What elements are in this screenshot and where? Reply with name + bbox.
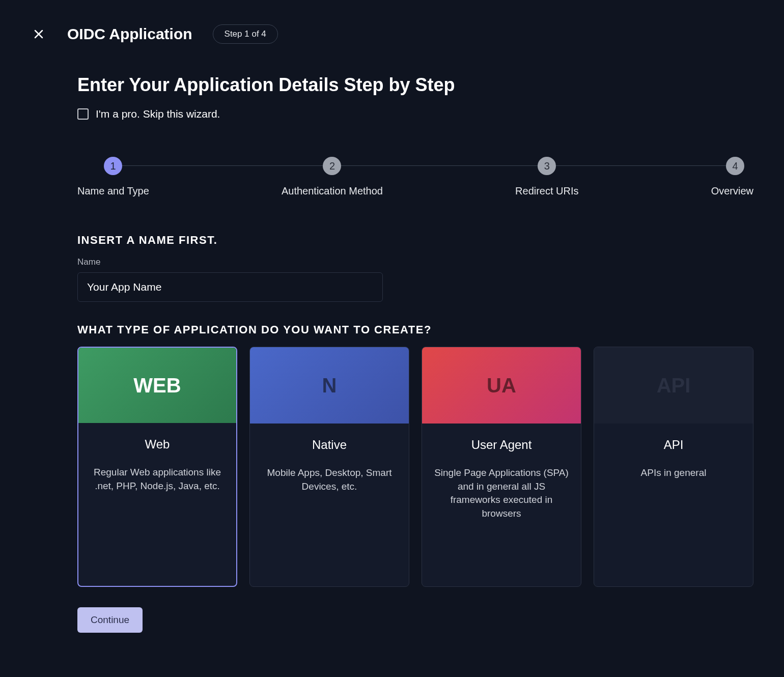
name-section-heading: INSERT A NAME FIRST. [77,234,753,247]
subtitle: Enter Your Application Details Step by S… [77,74,753,96]
card-body-native: Native Mobile Apps, Desktop, Smart Devic… [250,424,409,586]
stepper-line [113,165,738,166]
card-user-agent[interactable]: UA User Agent Single Page Applications (… [422,347,581,587]
card-desc-api: APIs in general [604,466,743,480]
name-field-label: Name [77,257,753,267]
step-label-2: Authentication Method [282,185,383,197]
card-title-ua: User Agent [432,438,571,452]
card-desc-ua: Single Page Applications (SPA) and in ge… [432,466,571,520]
card-desc-web: Regular Web applications like .net, PHP,… [89,466,226,493]
card-hero-api: API [594,347,753,424]
card-hero-native: N [250,347,409,424]
step-badge: Step 1 of 4 [213,24,278,44]
step-circle-2: 2 [323,157,341,175]
card-body-ua: User Agent Single Page Applications (SPA… [422,424,581,586]
step-label-4: Overview [711,185,753,197]
skip-wizard-checkbox[interactable] [77,108,89,120]
skip-wizard-checkbox-row[interactable]: I'm a pro. Skip this wizard. [77,108,753,120]
name-input[interactable] [77,272,383,302]
card-body-api: API APIs in general [594,424,753,586]
close-icon [33,28,45,40]
page-title: OIDC Application [67,25,192,43]
card-desc-native: Mobile Apps, Desktop, Smart Devices, etc… [260,466,399,493]
step-label-3: Redirect URIs [515,185,578,197]
type-section-heading: WHAT TYPE OF APPLICATION DO YOU WANT TO … [77,323,753,336]
skip-wizard-label: I'm a pro. Skip this wizard. [96,108,220,120]
step-circle-4: 4 [726,157,744,175]
stepper: 1 Name and Type 2 Authentication Method … [77,157,753,197]
card-title-api: API [604,438,743,452]
card-title-web: Web [89,437,226,452]
step-name-and-type[interactable]: 1 Name and Type [77,157,149,197]
step-redirect-uris[interactable]: 3 Redirect URIs [515,157,578,197]
step-label-1: Name and Type [77,185,149,197]
card-api[interactable]: API API APIs in general [594,347,753,587]
app-type-cards: WEB Web Regular Web applications like .n… [77,347,753,587]
card-title-native: Native [260,438,399,452]
close-button[interactable] [31,26,47,42]
card-native[interactable]: N Native Mobile Apps, Desktop, Smart Dev… [249,347,409,587]
step-circle-1: 1 [104,157,122,175]
step-overview[interactable]: 4 Overview [711,157,753,197]
card-web[interactable]: WEB Web Regular Web applications like .n… [77,347,237,587]
step-circle-3: 3 [538,157,556,175]
card-hero-web: WEB [78,348,236,423]
continue-button[interactable]: Continue [77,607,143,633]
card-body-web: Web Regular Web applications like .net, … [78,423,236,586]
step-authentication-method[interactable]: 2 Authentication Method [282,157,383,197]
card-hero-ua: UA [422,347,581,424]
